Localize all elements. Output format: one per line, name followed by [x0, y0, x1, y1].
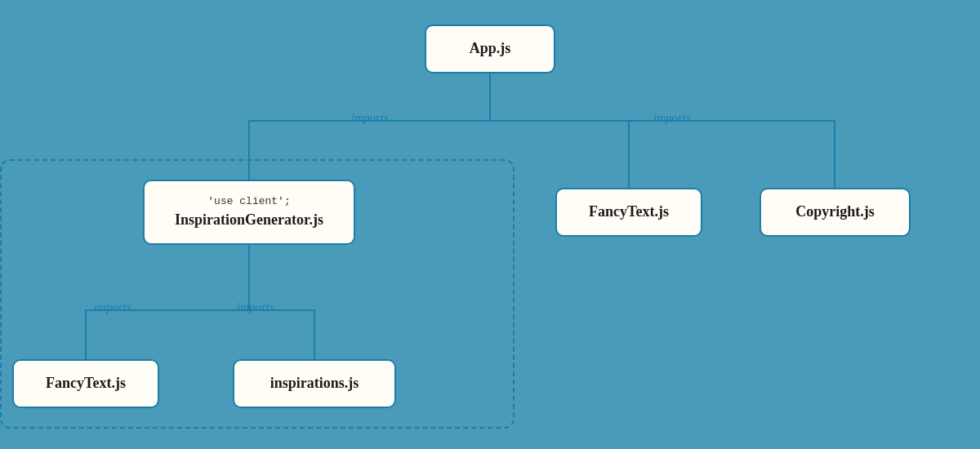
use-client-label: 'use client'; [207, 195, 290, 209]
imports-label-4: imports [237, 300, 274, 314]
imports-label-2: imports [653, 111, 691, 125]
node-appjs: App.js [425, 24, 555, 73]
fancytext-top-label: FancyText.js [589, 202, 669, 221]
node-inspirations: inspirations.js [233, 359, 396, 408]
copyright-label: Copyright.js [795, 202, 875, 221]
diagram: imports imports imports imports App.js '… [0, 0, 980, 449]
node-fancytext-top: FancyText.js [555, 188, 702, 237]
node-fancytext-bottom: FancyText.js [12, 359, 159, 408]
node-inspiration: 'use client'; InspirationGenerator.js [143, 180, 355, 245]
inspirations-label: inspirations.js [270, 374, 359, 393]
appjs-label: App.js [470, 39, 511, 58]
fancytext-bottom-label: FancyText.js [46, 374, 126, 393]
inspiration-label: InspirationGenerator.js [175, 211, 323, 229]
imports-label-1: imports [351, 111, 389, 125]
imports-label-3: imports [94, 300, 131, 314]
node-copyright: Copyright.js [760, 188, 911, 237]
